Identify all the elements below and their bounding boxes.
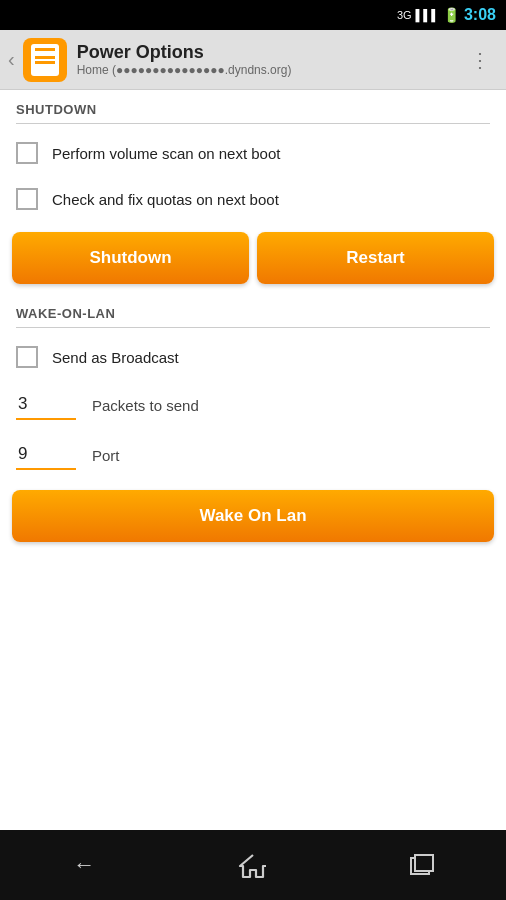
clock-display: 3:08	[464, 6, 496, 24]
port-row: Port	[0, 430, 506, 480]
fix-quotas-checkbox[interactable]	[16, 188, 38, 210]
broadcast-row: Send as Broadcast	[0, 334, 506, 380]
shutdown-button[interactable]: Shutdown	[12, 232, 249, 284]
network-label: 3G	[397, 9, 412, 21]
packets-input[interactable]	[16, 390, 76, 420]
shutdown-button-row: Shutdown Restart	[0, 222, 506, 294]
svg-rect-1	[415, 855, 433, 871]
recent-nav-icon	[407, 851, 437, 879]
home-nav-icon	[238, 851, 268, 879]
volume-scan-label: Perform volume scan on next boot	[52, 145, 280, 162]
wol-section-header: WAKE-ON-LAN	[0, 294, 506, 334]
nav-recent-button[interactable]	[397, 845, 447, 885]
app-icon	[23, 38, 67, 82]
nav-back-button[interactable]: ←	[59, 845, 109, 885]
header-text-block: Power Options Home (●●●●●●●●●●●●●●●.dynd…	[77, 42, 462, 77]
main-content: SHUTDOWN Perform volume scan on next boo…	[0, 90, 506, 830]
back-nav-icon: ←	[73, 852, 95, 878]
app-title: Power Options	[77, 42, 462, 63]
status-bar: 3G ▌▌▌ 🔋 3:08	[0, 0, 506, 30]
app-subtitle: Home (●●●●●●●●●●●●●●●.dyndns.org)	[77, 63, 462, 77]
signal-bars-icon: ▌▌▌	[416, 9, 439, 21]
app-icon-graphic	[31, 44, 59, 76]
port-input[interactable]	[16, 440, 76, 470]
app-header: ‹ Power Options Home (●●●●●●●●●●●●●●●.dy…	[0, 30, 506, 90]
packets-label: Packets to send	[92, 397, 199, 414]
broadcast-label: Send as Broadcast	[52, 349, 179, 366]
volume-scan-checkbox[interactable]	[16, 142, 38, 164]
shutdown-divider	[16, 123, 490, 124]
restart-button[interactable]: Restart	[257, 232, 494, 284]
wake-on-lan-button[interactable]: Wake On Lan	[12, 490, 494, 542]
more-options-button[interactable]: ⋮	[462, 44, 498, 76]
wol-section-title: WAKE-ON-LAN	[16, 306, 490, 321]
wol-divider	[16, 327, 490, 328]
packets-row: Packets to send	[0, 380, 506, 430]
fix-quotas-label: Check and fix quotas on next boot	[52, 191, 279, 208]
fix-quotas-row: Check and fix quotas on next boot	[0, 176, 506, 222]
volume-scan-row: Perform volume scan on next boot	[0, 130, 506, 176]
back-button[interactable]: ‹	[8, 48, 15, 71]
wol-button-row: Wake On Lan	[0, 480, 506, 552]
battery-icon: 🔋	[443, 7, 460, 23]
status-icons: 3G ▌▌▌ 🔋 3:08	[397, 6, 496, 24]
broadcast-checkbox[interactable]	[16, 346, 38, 368]
port-label: Port	[92, 447, 120, 464]
bottom-nav: ←	[0, 830, 506, 900]
shutdown-section-title: SHUTDOWN	[16, 102, 490, 117]
nav-home-button[interactable]	[228, 845, 278, 885]
shutdown-section-header: SHUTDOWN	[0, 90, 506, 130]
